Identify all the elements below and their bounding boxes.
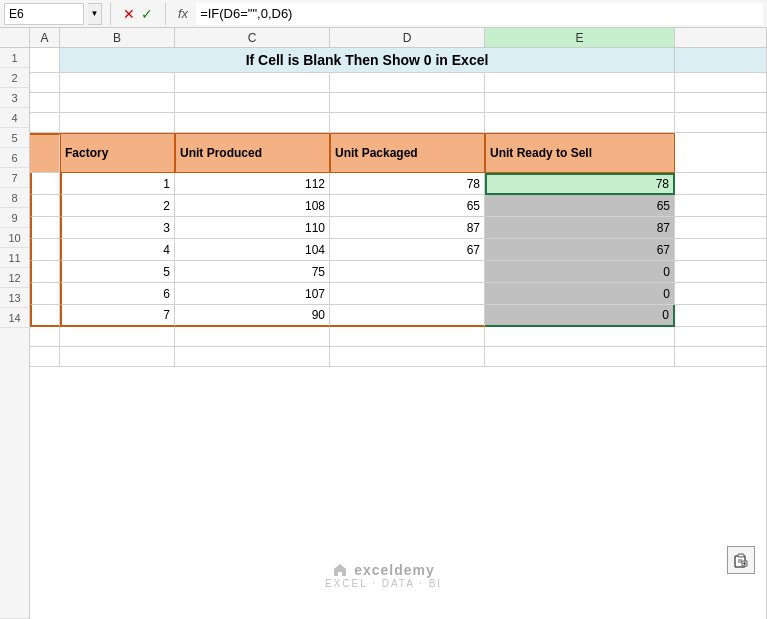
cell-rest7 (675, 195, 767, 217)
cell-a12[interactable] (30, 305, 60, 327)
cell-b8[interactable]: 3 (60, 217, 175, 239)
table-row: 4 104 67 67 (30, 239, 767, 261)
cell-e7[interactable]: 65 (485, 195, 675, 217)
cell-rest6 (675, 173, 767, 195)
row-num-5[interactable]: 5 (0, 128, 29, 148)
cell-d12[interactable] (330, 305, 485, 327)
row-num-12[interactable]: 12 (0, 268, 29, 288)
cell-a4[interactable] (30, 113, 60, 133)
row-num-6[interactable]: 6 (0, 148, 29, 168)
cell-d8[interactable]: 87 (330, 217, 485, 239)
cell-c3[interactable] (175, 93, 330, 113)
cell-e2[interactable] (485, 73, 675, 93)
cell-d10[interactable] (330, 261, 485, 283)
cell-e4[interactable] (485, 113, 675, 133)
cell-rest5 (675, 133, 767, 173)
cell-b11[interactable]: 6 (60, 283, 175, 305)
row-num-1[interactable]: 1 (0, 48, 29, 68)
cell-d9[interactable]: 67 (330, 239, 485, 261)
formula-input[interactable] (196, 3, 763, 25)
cell-a5[interactable] (30, 133, 60, 173)
row-num-10[interactable]: 10 (0, 228, 29, 248)
cell-title[interactable]: If Cell is Blank Then Show 0 in Excel (60, 48, 675, 73)
cell-c12[interactable]: 90 (175, 305, 330, 327)
cell-d4[interactable] (330, 113, 485, 133)
cell-c8[interactable]: 110 (175, 217, 330, 239)
cell-c13[interactable] (175, 327, 330, 347)
row-num-3[interactable]: 3 (0, 88, 29, 108)
row-num-4[interactable]: 4 (0, 108, 29, 128)
col-header-a[interactable]: A (30, 28, 60, 47)
row-num-2[interactable]: 2 (0, 68, 29, 88)
cell-e1[interactable] (675, 48, 767, 73)
cell-b10[interactable]: 5 (60, 261, 175, 283)
cell-b12[interactable]: 7 (60, 305, 175, 327)
cell-a6[interactable] (30, 173, 60, 195)
cell-b3[interactable] (60, 93, 175, 113)
cell-c7[interactable]: 108 (175, 195, 330, 217)
cell-reference-box[interactable]: E6 (4, 3, 84, 25)
table-row (30, 347, 767, 367)
row-num-11[interactable]: 11 (0, 248, 29, 268)
cell-c9[interactable]: 104 (175, 239, 330, 261)
cell-c2[interactable] (175, 73, 330, 93)
confirm-icon[interactable]: ✓ (141, 6, 153, 22)
cell-b14[interactable] (60, 347, 175, 367)
cell-c10[interactable]: 75 (175, 261, 330, 283)
cell-c6[interactable]: 112 (175, 173, 330, 195)
col-header-e[interactable]: E (485, 28, 675, 47)
col-header-c[interactable]: C (175, 28, 330, 47)
cell-ref-dropdown[interactable]: ▼ (88, 3, 102, 25)
cell-a13[interactable] (30, 327, 60, 347)
cell-d5-unit-packaged[interactable]: Unit Packaged (330, 133, 485, 173)
cell-c4[interactable] (175, 113, 330, 133)
cell-d13[interactable] (330, 327, 485, 347)
cell-e9[interactable]: 67 (485, 239, 675, 261)
row-num-13[interactable]: 13 (0, 288, 29, 308)
cell-e3[interactable] (485, 93, 675, 113)
cell-a9[interactable] (30, 239, 60, 261)
row-num-7[interactable]: 7 (0, 168, 29, 188)
cell-e13[interactable] (485, 327, 675, 347)
cell-b13[interactable] (60, 327, 175, 347)
cell-b6[interactable]: 1 (60, 173, 175, 195)
cell-a7[interactable] (30, 195, 60, 217)
row-num-14[interactable]: 14 (0, 308, 29, 328)
grid-columns: If Cell is Blank Then Show 0 in Excel (30, 48, 767, 619)
cell-e8[interactable]: 87 (485, 217, 675, 239)
cell-d11[interactable] (330, 283, 485, 305)
cell-a10[interactable] (30, 261, 60, 283)
cell-d2[interactable] (330, 73, 485, 93)
cell-b7[interactable]: 2 (60, 195, 175, 217)
row-num-9[interactable]: 9 (0, 208, 29, 228)
cell-e14[interactable] (485, 347, 675, 367)
cell-b2[interactable] (60, 73, 175, 93)
cell-b9[interactable]: 4 (60, 239, 175, 261)
cell-a8[interactable] (30, 217, 60, 239)
cell-d3[interactable] (330, 93, 485, 113)
cell-a11[interactable] (30, 283, 60, 305)
cell-a3[interactable] (30, 93, 60, 113)
cancel-icon[interactable]: ✕ (123, 6, 135, 22)
cell-e12[interactable]: 0 (485, 305, 675, 327)
cell-c5-unit-produced[interactable]: Unit Produced (175, 133, 330, 173)
paste-icon[interactable] (727, 546, 755, 574)
cell-a1[interactable] (30, 48, 60, 73)
cell-b4[interactable] (60, 113, 175, 133)
cell-e11[interactable]: 0 (485, 283, 675, 305)
cell-e10[interactable]: 0 (485, 261, 675, 283)
cell-d14[interactable] (330, 347, 485, 367)
cell-e5-unit-ready[interactable]: Unit Ready to Sell (485, 133, 675, 173)
col-header-b[interactable]: B (60, 28, 175, 47)
watermark-brand: exceldemy (354, 562, 435, 578)
cell-e6[interactable]: 78 (485, 173, 675, 195)
cell-d7[interactable]: 65 (330, 195, 485, 217)
cell-a2[interactable] (30, 73, 60, 93)
cell-a14[interactable] (30, 347, 60, 367)
cell-b5-factory[interactable]: Factory (60, 133, 175, 173)
cell-c14[interactable] (175, 347, 330, 367)
cell-d6[interactable]: 78 (330, 173, 485, 195)
row-num-8[interactable]: 8 (0, 188, 29, 208)
cell-c11[interactable]: 107 (175, 283, 330, 305)
col-header-d[interactable]: D (330, 28, 485, 47)
